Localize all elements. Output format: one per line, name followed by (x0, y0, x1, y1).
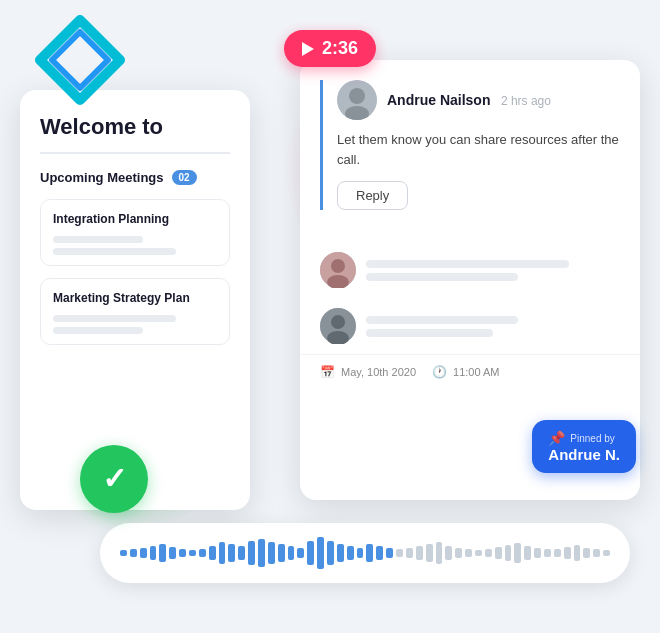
chat-time-ago: 2 hrs ago (501, 94, 551, 108)
wave-bar (228, 544, 235, 562)
date-item: 📅 May, 10th 2020 (320, 365, 416, 379)
wave-bar (386, 548, 393, 559)
time-text: 11:00 AM (453, 366, 499, 378)
wave-bar (130, 549, 137, 556)
wave-bar (209, 546, 216, 560)
meeting-title-1: Integration Planning (53, 212, 217, 226)
wave-bar (238, 546, 245, 560)
reply-button[interactable]: Reply (337, 181, 408, 210)
check-circle: ✓ (80, 445, 148, 513)
avatar-male-2 (320, 308, 356, 344)
avatar-andrue (337, 80, 377, 120)
play-icon (302, 42, 314, 56)
wave-bar (574, 545, 581, 561)
wave-bar (307, 541, 314, 566)
wave-bar (189, 550, 196, 556)
comment-line (366, 329, 493, 337)
comment-line (366, 316, 518, 324)
date-text: May, 10th 2020 (341, 366, 416, 378)
placeholder-bar (53, 248, 176, 255)
welcome-panel: Welcome to Upcoming Meetings 02 Integrat… (20, 90, 250, 510)
wave-bar (544, 549, 551, 556)
welcome-title: Welcome to (40, 114, 230, 140)
avatar-female (320, 252, 356, 288)
svg-point-3 (349, 88, 365, 104)
wave-bar (534, 548, 541, 559)
meeting-title-2: Marketing Strategy Plan (53, 291, 217, 305)
placeholder-bar (53, 236, 143, 243)
wave-bar (603, 550, 610, 556)
wave-bar (347, 546, 354, 560)
audio-waveform[interactable] (100, 523, 630, 583)
comment-lines-1 (366, 260, 620, 281)
wave-bar (514, 543, 521, 563)
chat-user-name: Andrue Nailson (387, 92, 490, 108)
wave-bar (475, 550, 482, 556)
wave-bar (179, 549, 186, 558)
wave-bar (376, 546, 383, 560)
meeting-placeholder-bars-1 (53, 236, 217, 255)
comment-row-2 (300, 298, 640, 354)
upcoming-meetings-row: Upcoming Meetings 02 (40, 170, 230, 185)
chat-header: Andrue Nailson 2 hrs ago (337, 80, 620, 120)
datetime-row: 📅 May, 10th 2020 🕐 11:00 AM (300, 354, 640, 389)
pinned-label: 📌 Pinned by (548, 430, 620, 446)
svg-point-6 (331, 259, 345, 273)
chat-message-text: Let them know you can share resources af… (337, 130, 620, 169)
video-timer-badge[interactable]: 2:36 (284, 30, 376, 67)
comment-lines-2 (366, 316, 620, 337)
pinned-badge: 📌 Pinned by Andrue N. (532, 420, 636, 473)
wave-bar (278, 544, 285, 562)
wave-bar (564, 547, 571, 559)
svg-point-9 (331, 315, 345, 329)
comment-row-1 (300, 242, 640, 298)
wave-bar (396, 549, 403, 556)
meeting-card-2[interactable]: Marketing Strategy Plan (40, 278, 230, 345)
wave-bar (445, 546, 452, 560)
wave-bar (366, 544, 373, 562)
wave-bar (268, 542, 275, 563)
wave-bar (406, 548, 413, 559)
wave-bar (248, 541, 255, 566)
time-item: 🕐 11:00 AM (432, 365, 499, 379)
wave-bar (219, 542, 226, 563)
comment-line (366, 260, 569, 268)
wave-bar (593, 549, 600, 556)
wave-bar (485, 549, 492, 558)
wave-bar (495, 547, 502, 559)
wave-bar (337, 544, 344, 562)
wave-bar (169, 547, 176, 559)
clock-icon: 🕐 (432, 365, 447, 379)
placeholder-bar (53, 327, 143, 334)
app-logo (30, 10, 130, 110)
wave-bar (554, 549, 561, 558)
meeting-placeholder-bars-2 (53, 315, 217, 334)
wave-bar (150, 546, 157, 560)
timer-display: 2:36 (322, 38, 358, 59)
meeting-card-1[interactable]: Integration Planning (40, 199, 230, 266)
wave-bar (327, 541, 334, 566)
chat-main-message: Andrue Nailson 2 hrs ago Let them know y… (320, 80, 620, 210)
wave-bar (288, 546, 295, 560)
wave-bar (583, 548, 590, 559)
wave-bar (317, 537, 324, 569)
wave-bar (426, 544, 433, 562)
wave-bar (505, 545, 512, 561)
wave-bar (416, 546, 423, 560)
wave-bar (455, 548, 462, 559)
comment-line (366, 273, 518, 281)
chat-content: Andrue Nailson 2 hrs ago Let them know y… (300, 60, 640, 242)
wave-bar (357, 548, 364, 559)
placeholder-bar (53, 315, 176, 322)
wave-bar (120, 550, 127, 556)
wave-bar (436, 542, 443, 563)
wave-bar (524, 546, 531, 560)
wave-bar (159, 544, 166, 562)
wave-bar (140, 548, 147, 559)
calendar-icon: 📅 (320, 365, 335, 379)
wave-bar (199, 549, 206, 556)
wave-bar (297, 548, 304, 559)
checkmark-icon: ✓ (102, 464, 127, 494)
chat-user-info: Andrue Nailson 2 hrs ago (387, 91, 551, 109)
divider (40, 152, 230, 154)
